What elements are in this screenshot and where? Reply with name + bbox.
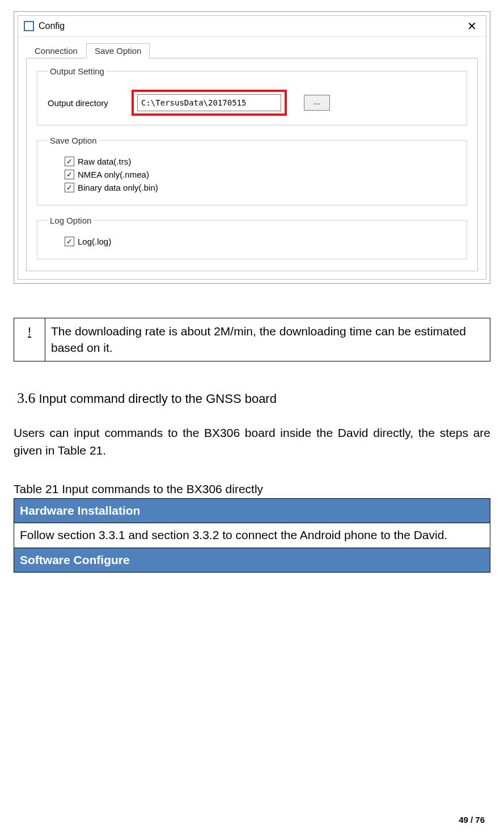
table21-hw-header: Hardware Installation [14,498,490,523]
checkbox-log-label: Log(.log) [78,237,111,246]
section-heading: 3.6 Input command directly to the GNSS b… [17,390,490,407]
config-screenshot: Config ✕ Connection Save Option Output S… [14,11,490,284]
checkbox-raw-label: Raw data(.trs) [78,157,131,166]
table21: Hardware Installation Follow section 3.3… [14,498,490,573]
table21-caption: Table 21 Input commands to the BX306 dir… [14,482,490,496]
checkbox-nmea-label: NMEA only(.nmea) [78,170,149,179]
checkbox-nmea[interactable] [65,170,74,179]
note-text: The downloading rate is about 2M/min, th… [45,318,490,361]
output-directory-label: Output directory [48,98,127,108]
app-icon [24,21,34,31]
log-option-legend: Log Option [48,216,94,225]
table21-sw-header: Software Configure [14,548,490,572]
output-directory-highlight [132,90,287,116]
checkbox-bin-label: Binary data only(.bin) [78,183,158,192]
close-icon[interactable]: ✕ [464,19,480,33]
section-title: Input command directly to the GNSS board [39,392,277,406]
window-title: Config [39,21,464,31]
section-paragraph: Users can input commands to the BX306 bo… [14,424,490,460]
tab-save-option[interactable]: Save Option [86,43,150,58]
note-table: ! The downloading rate is about 2M/min, … [14,318,490,361]
save-option-legend: Save Option [48,136,99,145]
table21-hw-text: Follow section 3.3.1 and section 3.3.2 t… [14,523,490,548]
log-option-group: Log Option Log(.log) [37,216,467,259]
browse-button[interactable]: ... [304,95,330,111]
output-setting-group: Output Setting Output directory ... [37,66,467,125]
save-option-group: Save Option Raw data(.trs) NMEA only(.nm… [37,136,467,205]
output-setting-legend: Output Setting [48,66,107,76]
checkbox-raw[interactable] [65,157,74,166]
note-mark: ! [14,318,45,361]
tab-connection[interactable]: Connection [26,43,86,58]
section-number: 3.6 [17,390,36,407]
checkbox-log[interactable] [65,237,74,246]
output-directory-input[interactable] [137,94,281,111]
window-titlebar: Config ✕ [18,16,486,37]
checkbox-bin[interactable] [65,183,74,192]
tab-bar: Connection Save Option [18,37,486,58]
config-window: Config ✕ Connection Save Option Output S… [18,15,486,280]
tab-panel: Output Setting Output directory ... Save… [26,58,478,271]
